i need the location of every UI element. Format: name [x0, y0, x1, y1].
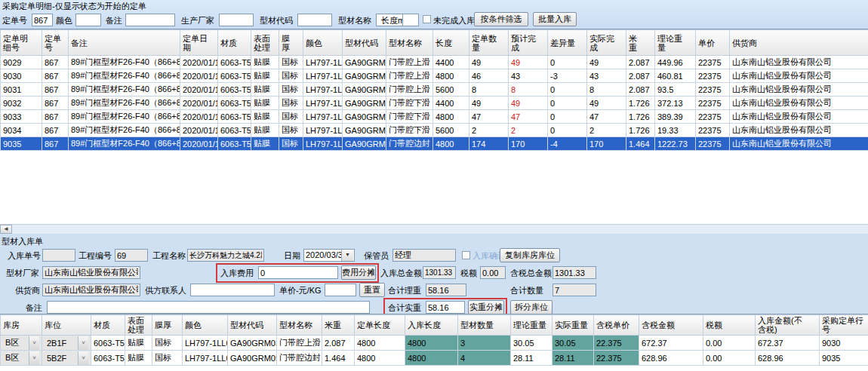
- film-cell[interactable]: 国标: [279, 56, 303, 69]
- dropdown-arrow-icon[interactable]: ˅: [78, 351, 88, 365]
- note-cell[interactable]: 89#门框型材F26-F40（866+867）: [69, 110, 180, 124]
- meter-cell[interactable]: 1.726: [626, 110, 655, 124]
- col-header-code[interactable]: 型材代码: [228, 315, 277, 336]
- est-cell[interactable]: 170: [509, 137, 548, 151]
- filter-order-no-input[interactable]: [32, 14, 53, 26]
- col-header-diff[interactable]: 差异量: [548, 30, 587, 56]
- order_no-cell[interactable]: 867: [42, 124, 69, 137]
- material-cell[interactable]: 6063-T5: [218, 137, 251, 151]
- meter-cell[interactable]: 1.726: [626, 97, 655, 110]
- meter-cell[interactable]: 2.087: [626, 83, 655, 97]
- diff-cell[interactable]: 0: [548, 97, 587, 110]
- est-cell[interactable]: 49: [509, 97, 548, 110]
- line-cell[interactable]: 9035: [820, 351, 868, 366]
- length-cell[interactable]: 4800: [433, 137, 469, 151]
- detail_no-cell[interactable]: 9033: [1, 110, 42, 124]
- surface-cell[interactable]: 贴膜: [251, 83, 279, 97]
- code-cell[interactable]: GA90GRM03: [343, 56, 386, 69]
- color-cell[interactable]: LH797-1LL0: [303, 97, 343, 110]
- price-cell[interactable]: 22375: [696, 83, 730, 97]
- surface-cell[interactable]: 贴膜: [125, 336, 152, 351]
- filter-color-input[interactable]: [75, 14, 101, 26]
- material-cell[interactable]: 6063-T5: [218, 110, 251, 124]
- reset-button[interactable]: 重置: [359, 283, 385, 297]
- col-header-surface[interactable]: 表面 处理: [125, 315, 152, 336]
- meter-cell[interactable]: 2.087: [626, 56, 655, 69]
- surface-cell[interactable]: 贴膜: [251, 69, 279, 83]
- qty-cell[interactable]: 2: [469, 124, 509, 137]
- supplier-cell[interactable]: 山东南山铝业股份有限公司: [730, 124, 868, 137]
- order_no-cell[interactable]: 867: [42, 137, 69, 151]
- date-cell[interactable]: 2020/01/13: [180, 97, 218, 110]
- detail_no-cell[interactable]: 9034: [1, 124, 42, 137]
- date-cell[interactable]: 2020/01/13: [180, 56, 218, 69]
- surface-cell[interactable]: 贴膜: [251, 56, 279, 69]
- actual-cell[interactable]: 30.05: [553, 336, 594, 351]
- material-cell[interactable]: 6063-T5: [218, 83, 251, 97]
- line-cell[interactable]: 9030: [820, 336, 868, 351]
- material-cell[interactable]: 6063-T5: [218, 97, 251, 110]
- diff-cell[interactable]: -3: [548, 69, 587, 83]
- col-header-film[interactable]: 膜 厚: [279, 30, 303, 56]
- film-cell[interactable]: 国标: [152, 336, 183, 351]
- surface-cell[interactable]: 贴膜: [251, 97, 279, 110]
- material-cell[interactable]: 6063-T5: [91, 351, 125, 366]
- actual-cell[interactable]: 47: [587, 110, 626, 124]
- supplier-cell[interactable]: 山东南山铝业股份有限公司: [730, 137, 868, 151]
- length-cell[interactable]: 4800: [433, 69, 469, 83]
- price-cell[interactable]: 22.375: [594, 351, 639, 366]
- order-row[interactable]: 903086789#门框型材F26-F40（866+867）2020/01/13…: [1, 69, 868, 83]
- diff-cell[interactable]: -4: [548, 137, 587, 151]
- date-cell[interactable]: 2020/01/13: [180, 137, 218, 151]
- col-header-material[interactable]: 材质: [218, 30, 251, 56]
- name-cell[interactable]: 门带腔边封: [277, 351, 322, 366]
- color-cell[interactable]: LH797-1LL0: [303, 124, 343, 137]
- supplier-cell[interactable]: 山东南山铝业股份有限公司: [730, 97, 868, 110]
- order_no-cell[interactable]: 867: [42, 69, 69, 83]
- tax-cell[interactable]: 0.00: [703, 351, 756, 366]
- actual-weight-allocate-button[interactable]: 实重分摊: [468, 300, 504, 314]
- supplier-cell[interactable]: 山东南山铝业股份有限公司: [730, 110, 868, 124]
- price-cell[interactable]: 22375: [696, 56, 730, 69]
- est-cell[interactable]: 49: [509, 56, 548, 69]
- col-header-price[interactable]: 单价: [696, 30, 730, 56]
- order-row[interactable]: 903586789#门框型材F26-F40（866+867）2020/01/13…: [1, 137, 868, 151]
- price-cell[interactable]: 22375: [696, 137, 730, 151]
- in_len-cell[interactable]: 4800: [405, 351, 458, 366]
- inbound-confirm-checkbox[interactable]: [462, 251, 470, 259]
- surface-cell[interactable]: 贴膜: [251, 137, 279, 151]
- est-cell[interactable]: 8: [509, 83, 548, 97]
- surface-cell[interactable]: 贴膜: [125, 351, 152, 366]
- film-cell[interactable]: 国标: [279, 83, 303, 97]
- calendar-dropdown-icon[interactable]: ▼: [341, 250, 353, 261]
- dropdown-arrow-icon[interactable]: ˅: [29, 351, 39, 365]
- name-cell[interactable]: 门带腔边封: [386, 137, 433, 151]
- filter-note-input[interactable]: [125, 14, 175, 26]
- meter-cell[interactable]: 1.726: [626, 124, 655, 137]
- note-cell[interactable]: 89#门框型材F26-F40（866+867）: [69, 137, 180, 151]
- filter-length-input[interactable]: [402, 14, 419, 26]
- detail_no-cell[interactable]: 9035: [1, 137, 42, 151]
- col-header-theory[interactable]: 理论重量: [511, 315, 553, 336]
- col-header-line[interactable]: 采购定单行 号: [820, 315, 868, 336]
- price-cell[interactable]: 22375: [696, 124, 730, 137]
- order-row[interactable]: 903486789#门框型材F26-F40（866+867）2020/01/13…: [1, 124, 868, 137]
- name-cell[interactable]: 门带腔下滑: [386, 110, 433, 124]
- filter-maker-input[interactable]: [219, 14, 254, 26]
- col-header-film[interactable]: 膜厚: [152, 315, 183, 336]
- color-cell[interactable]: LH797-1LL0: [183, 351, 228, 366]
- order_no-cell[interactable]: 867: [42, 56, 69, 69]
- col-header-supplier[interactable]: 供货商: [730, 30, 868, 56]
- theory-cell[interactable]: 389.39: [655, 110, 696, 124]
- qty-cell[interactable]: 4: [458, 351, 511, 366]
- copy-warehouse-slot-button[interactable]: 复制库房库位: [500, 248, 560, 262]
- col-header-actual[interactable]: 实际重量: [553, 315, 594, 336]
- col-header-length[interactable]: 长度: [433, 30, 469, 56]
- fee-allocate-button[interactable]: 费用分摊: [341, 265, 376, 280]
- diff-cell[interactable]: 0: [548, 124, 587, 137]
- date-cell[interactable]: 2020/01/13: [180, 110, 218, 124]
- col-header-order_len[interactable]: 定单长度: [355, 315, 405, 336]
- qty-cell[interactable]: 3: [458, 336, 511, 351]
- filter-by-condition-button[interactable]: 按条件筛选: [474, 12, 528, 26]
- col-header-meter[interactable]: 米重: [322, 315, 355, 336]
